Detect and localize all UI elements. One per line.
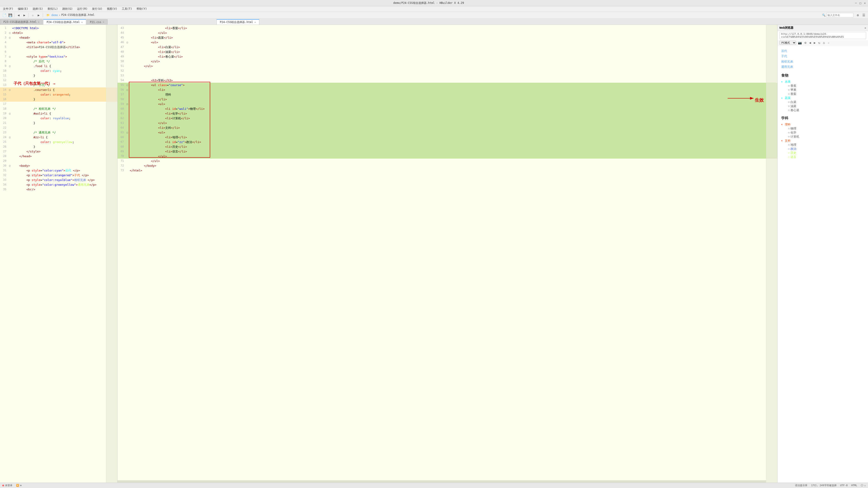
- menu-run[interactable]: 运行(R): [75, 6, 89, 11]
- mid-line-46: 46 □ <ul>: [118, 40, 777, 45]
- menu-file[interactable]: 文件(F): [1, 6, 15, 11]
- nav-links-section: 后代 子代 相邻兄弟 通用兄弟: [781, 48, 864, 70]
- veggie-youcai: ○ 油菜: [788, 104, 864, 108]
- browser-title: Web浏览器: [779, 26, 794, 30]
- food-section: 食物 水果 ○ 香蕉 ○ 苹果 ○ 香梨 蔬菜 ○ 白菜 ○ 油菜 ○ 卷: [781, 73, 864, 112]
- pc-mode-select[interactable]: PC模式 手机模式: [779, 41, 796, 45]
- reload-btn[interactable]: ↻: [817, 40, 821, 45]
- food-list: 水果 ○ 香蕉 ○ 苹果 ○ 香梨 蔬菜 ○ 白菜 ○ 油菜 ○ 卷心菜: [781, 80, 864, 112]
- home-btn[interactable]: ⌂: [822, 40, 826, 45]
- line-20: 20 color: royalblue;: [0, 116, 117, 121]
- minimize-btn[interactable]: ─: [855, 1, 857, 5]
- tab-p23-close[interactable]: ×: [38, 21, 39, 24]
- mid-line-59: 59 □ <ul>: [118, 102, 777, 106]
- left-editor[interactable]: 1 <!DOCTYPE html> 2 □ <html> 3 □ <head> …: [0, 25, 118, 483]
- tab-middle-p24-close[interactable]: ×: [254, 21, 256, 24]
- mid-line-72: 72 </body>: [118, 163, 777, 168]
- breadcrumb-folder[interactable]: 📁 demo: [46, 13, 58, 17]
- line-35: 35 <hr/>: [0, 187, 117, 192]
- menu-goto[interactable]: 跳转(G): [61, 6, 74, 11]
- nav-link-zidai[interactable]: 子代: [781, 55, 787, 58]
- mid-line-66: 66 <li>地理</li>: [118, 135, 777, 140]
- status-hint-text: 语法提示库: [795, 484, 807, 487]
- tab-p24[interactable]: P24-CSS组合选择器.html ×: [43, 19, 86, 25]
- lke-huaxue: ○ 化学: [788, 131, 864, 135]
- food-veggie-item: 蔬菜 ○ 白菜 ○ 油菜 ○ 卷心菜: [785, 96, 864, 112]
- line-7: 7 □ <style type="text/css">: [0, 54, 117, 59]
- settings-btn[interactable]: ⚙: [855, 13, 860, 18]
- maximize-btn[interactable]: □: [860, 1, 861, 5]
- subject-title: 学科: [781, 116, 864, 121]
- mid-line-57: 57 理科: [118, 92, 777, 97]
- menu-edit[interactable]: 编辑(E): [16, 6, 30, 11]
- mid-line-48: 48 <li>油菜</li>: [118, 50, 777, 54]
- win-controls[interactable]: ─ □ ✕: [855, 1, 866, 5]
- menu-find[interactable]: 查找(L): [46, 6, 60, 11]
- star-btn[interactable]: ☆: [30, 13, 35, 18]
- left-minimap: [106, 25, 117, 483]
- layout-btn[interactable]: ☰: [861, 13, 866, 18]
- fruit-apple: ○ 苹果: [788, 88, 864, 92]
- mid-line-49: 49 <li>卷心菜</li>: [118, 54, 777, 59]
- browser-close-btn[interactable]: ×: [864, 26, 866, 30]
- tab-p23-label: P23-CSS基础选择器.html: [3, 20, 37, 24]
- line-10: 10 color: cyan;: [0, 68, 117, 73]
- mid-line-62: 62 <li>计算机</li>: [118, 116, 777, 121]
- forward-btn[interactable]: ▶: [22, 13, 27, 18]
- tab-p21css-close[interactable]: ×: [103, 21, 104, 24]
- nav-link-houda[interactable]: 后代: [781, 49, 787, 53]
- fruit-banana: ○ 香蕉: [788, 84, 864, 88]
- line-19: 19 □ #wuli+li {: [0, 111, 117, 116]
- close-btn[interactable]: ✕: [864, 1, 866, 5]
- middle-editor[interactable]: 43 <li>香梨</li> 44 </ul> 45 <li>蔬菜</li>: [118, 25, 778, 483]
- line-27: 27 </style>: [0, 149, 117, 154]
- mid-line-67: 67 <li id="zz">政治</li>: [118, 140, 777, 144]
- nav-link-tongyong[interactable]: 通用兄弟: [781, 65, 793, 68]
- breadcrumb-file[interactable]: P24-CSS组合选择器.html: [61, 13, 94, 17]
- mid-line-63: 63 </ul>: [118, 121, 777, 125]
- nav-forward-btn[interactable]: ▶: [813, 40, 816, 45]
- line-2: 2 □ <html>: [0, 31, 117, 35]
- mid-line-64: 64 <li>文科</li>: [118, 125, 777, 130]
- veggie-sublist: ○ 白菜 ○ 油菜 ○ 卷心菜: [785, 100, 864, 112]
- nav-link-xianglin[interactable]: 相邻兄弟: [781, 60, 793, 63]
- nav-back-btn[interactable]: ◀: [808, 40, 812, 45]
- subject-lke: 理科 ○ 物理 ○ 化学 ○ 计算机: [785, 123, 864, 139]
- mid-line-43: 43 <li>香梨</li>: [118, 26, 777, 31]
- new-file-btn[interactable]: 📄: [2, 13, 7, 18]
- browser-url-bar[interactable]: http://127.0.0.1:8848/demo/p24-css%E7%BB…: [779, 32, 866, 39]
- save-btn[interactable]: 💾: [8, 13, 13, 18]
- tab-p24-close[interactable]: ×: [81, 21, 83, 24]
- mid-line-68: 68 <li>历史</li>: [118, 144, 777, 149]
- menu-select[interactable]: 选择(S): [31, 6, 45, 11]
- line-21: 21 }: [0, 121, 117, 125]
- mid-line-51: 51 </ul>: [118, 64, 777, 68]
- tab-p21css[interactable]: P21.css ×: [87, 19, 107, 25]
- line-32: 32 <p style="color:orangered">子代 </p>: [0, 173, 117, 177]
- line-30: 30 □ <body>: [0, 163, 117, 168]
- bookmark-btn[interactable]: ☆: [827, 40, 830, 45]
- status-filetype: HTML: [851, 484, 857, 487]
- mid-line-71: 71 </ul>: [118, 159, 777, 163]
- screenshot-btn[interactable]: 📷: [797, 40, 803, 45]
- fruit-sublist: ○ 香蕉 ○ 苹果 ○ 香梨: [785, 84, 864, 96]
- mid-line-44: 44 </ul>: [118, 31, 777, 35]
- status-login[interactable]: 未登录: [2, 484, 12, 487]
- run-btn[interactable]: ▶: [36, 13, 41, 18]
- middle-scrollbar[interactable]: [118, 480, 766, 483]
- mid-line-65: 65 □ <ul>: [118, 130, 777, 135]
- status-cursor: 17行, 249字符被选择: [811, 484, 836, 487]
- devtools-btn[interactable]: ⚙: [804, 40, 807, 45]
- line-8: 8 /* 后代 */: [0, 59, 117, 64]
- tab-p23[interactable]: P23-CSS基础选择器.html ×: [0, 19, 43, 25]
- menu-view[interactable]: 视图(V): [105, 6, 119, 11]
- menu-help[interactable]: 帮助(Y): [135, 6, 149, 11]
- file-search-input[interactable]: [827, 13, 854, 18]
- menu-tools[interactable]: 工具(T): [120, 6, 134, 11]
- menu-publish[interactable]: 发行(U): [90, 6, 104, 11]
- lke-wuli: ○ 物理: [788, 127, 864, 131]
- back-btn[interactable]: ◀: [16, 13, 21, 18]
- tab-middle-p24[interactable]: P24-CSS组合选择器.html ×: [217, 19, 259, 25]
- mid-line-54: 54 <h3>学科</h3>: [118, 78, 777, 83]
- status-info[interactable]: ⓘ ⚠: [861, 484, 866, 487]
